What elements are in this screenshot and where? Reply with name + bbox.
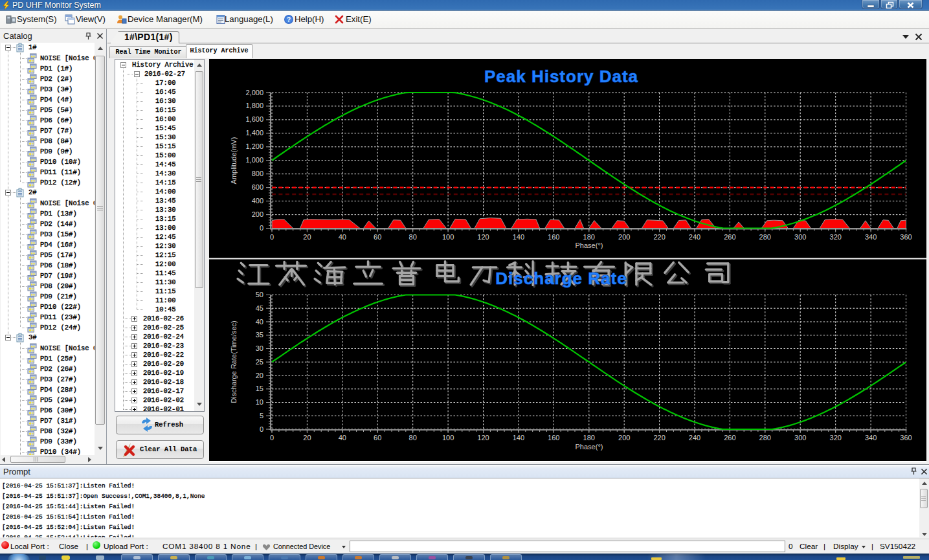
svg-text:260: 260 [724,233,735,241]
svg-text:600: 600 [252,183,263,191]
svg-text:140: 140 [513,434,524,442]
svg-text:10: 10 [256,398,263,406]
svg-text:180: 180 [583,233,595,241]
svg-text:0: 0 [260,425,263,433]
svg-text:?: ? [287,16,291,23]
svg-text:280: 280 [759,434,771,442]
svg-text:Phase(°): Phase(°) [576,443,603,451]
svg-text:160: 160 [548,233,559,241]
svg-text:220: 220 [653,434,665,442]
svg-text:Peak History Data: Peak History Data [484,67,638,86]
svg-text:320: 320 [830,233,842,241]
svg-text:60: 60 [374,233,381,241]
svg-text:80: 80 [409,233,417,241]
svg-text:40: 40 [339,434,346,442]
svg-text:200: 200 [618,233,630,241]
svg-text:0: 0 [260,224,263,232]
svg-text:1,200: 1,200 [245,142,263,150]
svg-text:360: 360 [900,434,912,442]
svg-text:200: 200 [252,210,263,218]
svg-text:Discharge Rate(Time/sec): Discharge Rate(Time/sec) [230,320,238,403]
svg-text:40: 40 [256,318,263,326]
svg-text:20: 20 [303,233,311,241]
svg-text:100: 100 [442,434,454,442]
svg-text:1,000: 1,000 [245,156,263,164]
svg-text:35: 35 [256,331,263,339]
svg-text:0: 0 [270,233,274,241]
svg-text:240: 240 [689,434,700,442]
svg-text:15: 15 [256,385,263,392]
svg-text:25: 25 [256,358,263,366]
svg-text:120: 120 [477,434,489,442]
svg-text:320: 320 [830,434,842,442]
svg-text:Discharge Rate: Discharge Rate [495,269,627,288]
svg-text:300: 300 [794,434,806,442]
svg-text:Phase(°): Phase(°) [576,241,603,249]
svg-text:30: 30 [256,344,263,352]
svg-text:360: 360 [900,233,912,241]
svg-text:1,600: 1,600 [245,115,263,123]
svg-text:50: 50 [256,291,263,298]
svg-text:140: 140 [513,233,524,241]
svg-text:180: 180 [583,434,595,442]
svg-text:20: 20 [256,372,263,379]
svg-text:0: 0 [270,434,274,442]
svg-text:800: 800 [252,170,263,177]
svg-text:1,400: 1,400 [245,129,263,137]
svg-text:20: 20 [303,434,311,442]
svg-text:280: 280 [759,233,771,241]
svg-text:120: 120 [477,233,489,241]
svg-text:5: 5 [260,412,263,420]
svg-text:260: 260 [724,434,735,442]
svg-text:340: 340 [865,233,877,241]
svg-text:60: 60 [374,434,381,442]
svg-text:2,000: 2,000 [245,89,263,96]
svg-text:100: 100 [442,233,454,241]
svg-text:Amplitude(mV): Amplitude(mV) [230,137,238,185]
svg-text:340: 340 [865,434,877,442]
svg-text:400: 400 [252,197,263,205]
svg-text:40: 40 [339,233,346,241]
svg-text:45: 45 [256,304,263,312]
svg-text:300: 300 [794,233,806,241]
svg-text:160: 160 [548,434,559,442]
svg-text:240: 240 [689,233,700,241]
svg-text:220: 220 [653,233,665,241]
svg-text:200: 200 [618,434,630,442]
svg-text:1,800: 1,800 [245,102,263,109]
svg-text:80: 80 [409,434,417,442]
